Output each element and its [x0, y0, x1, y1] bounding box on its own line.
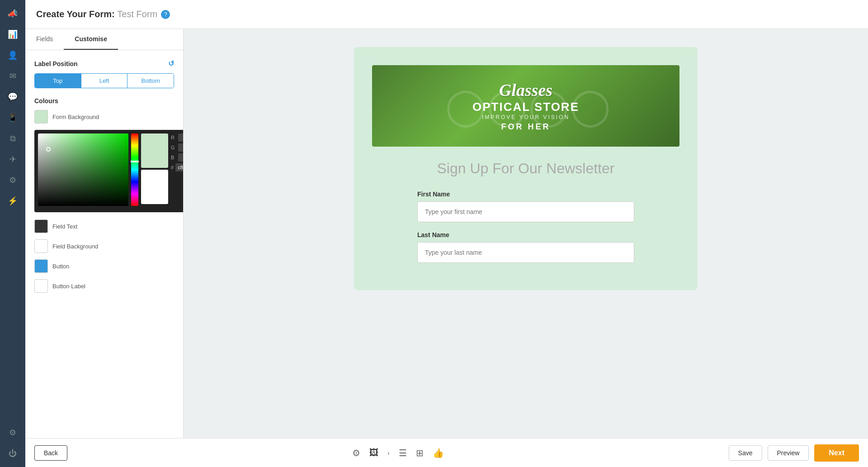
sidebar-icon-settings[interactable]: ⚙ — [4, 424, 22, 442]
list-step-icon[interactable]: ☰ — [399, 448, 407, 458]
picker-hex-label: # — [171, 165, 174, 170]
colour-row-field-background: Field Background — [34, 239, 174, 253]
field-group-first-name: First Name — [417, 191, 634, 222]
button-swatch[interactable] — [34, 259, 48, 273]
form-name: Test Form — [117, 9, 157, 19]
settings-step-icon[interactable]: ⚙ — [352, 448, 360, 458]
page-title: Create Your Form: Test Form — [36, 9, 157, 19]
field-text-swatch[interactable] — [34, 219, 48, 233]
sidebar: 📣 📊 👤 ✉ 💬 📱 ⧉ ✈ ⚙ ⚡ ⚙ ⏻ — [0, 0, 25, 467]
button-label-colour-label: Button Label — [52, 283, 85, 290]
banner-tagline: IMPROVE YOUR VISION — [472, 114, 579, 120]
picker-r-input[interactable] — [178, 133, 183, 142]
sidebar-icon-users[interactable]: 👤 — [4, 46, 22, 64]
picker-inputs: R H G — [171, 133, 183, 162]
picker-hex-input[interactable] — [175, 163, 183, 172]
toolbar-icons: ⚙ 🖼 › ☰ ⊞ 👍 — [75, 448, 721, 458]
color-picker-popup: R H G — [34, 130, 183, 212]
form-background-label: Form Background — [52, 114, 99, 120]
first-name-label: First Name — [417, 191, 634, 198]
toolbar-right: Save Preview Next — [729, 444, 859, 462]
field-group-last-name: Last Name — [417, 231, 634, 263]
banner-text: Glasses OPTICAL STORE IMPROVE YOUR VISIO… — [472, 80, 579, 132]
position-buttons: Top Left Bottom — [34, 73, 174, 88]
sidebar-icon-chat[interactable]: 💬 — [4, 88, 22, 106]
sidebar-icon-lightning[interactable]: ⚡ — [4, 192, 22, 210]
sidebar-icon-chart[interactable]: 📊 — [4, 25, 22, 43]
tab-customise[interactable]: Customise — [64, 29, 118, 50]
button-label-swatch[interactable] — [34, 279, 48, 293]
picker-top: R H G — [38, 133, 183, 206]
form-background-swatch[interactable] — [34, 110, 48, 124]
picker-b-input[interactable] — [178, 153, 183, 162]
main-content: Create Your Form: Test Form ? Fields Cus… — [25, 0, 868, 467]
picker-b-label: B — [171, 155, 176, 160]
label-position-title: Label Position — [34, 60, 78, 67]
banner-brand: Glasses — [472, 80, 579, 100]
field-text-label: Field Text — [52, 223, 77, 230]
picker-g-input[interactable] — [178, 143, 183, 152]
picker-r-row: R — [171, 133, 183, 142]
form-fields: First Name Last Name — [417, 191, 634, 272]
button-label-text: Button — [52, 263, 70, 270]
last-name-input[interactable] — [417, 242, 634, 263]
panel-content: Label Position ↺ Top Left Bottom Colours… — [25, 50, 183, 438]
sidebar-icon-paper-plane[interactable]: ✈ — [4, 150, 22, 168]
sidebar-icon-layers[interactable]: ⧉ — [4, 129, 22, 148]
field-background-swatch[interactable] — [34, 239, 48, 253]
preview-current — [141, 133, 168, 168]
help-icon[interactable]: ? — [161, 10, 170, 19]
preview-button[interactable]: Preview — [768, 445, 809, 461]
back-button[interactable]: Back — [34, 445, 67, 461]
bottom-toolbar: Back ⚙ 🖼 › ☰ ⊞ 👍 Save Preview Next — [25, 438, 868, 467]
colour-row-field-text: Field Text — [34, 219, 174, 233]
saturation-box[interactable] — [38, 133, 128, 206]
content-row: Fields Customise Label Position ↺ Top Le… — [25, 29, 868, 438]
sidebar-icon-mail[interactable]: ✉ — [4, 67, 22, 85]
form-preview: ◯ ◯ ◯ ◯ Glasses OPTICAL STORE IMPROVE YO… — [354, 47, 698, 290]
picker-b-row: B — [171, 153, 183, 162]
last-name-label: Last Name — [417, 231, 634, 238]
colours-section-label: Colours — [34, 97, 174, 105]
next-button[interactable]: Next — [814, 444, 859, 462]
position-left-button[interactable]: Left — [81, 74, 128, 88]
sidebar-icon-power[interactable]: ⏻ — [4, 444, 22, 462]
content-step-icon[interactable]: 🖼 — [369, 448, 378, 458]
picker-inputs-group: R H G — [171, 133, 183, 206]
banner-store: OPTICAL STORE — [472, 100, 579, 114]
banner-for-her: FOR HER — [472, 122, 579, 132]
field-background-label: Field Background — [52, 243, 98, 250]
newsletter-title: Sign Up For Our Newsletter — [437, 160, 614, 177]
tabs: Fields Customise — [25, 29, 183, 50]
position-top-button[interactable]: Top — [35, 74, 81, 88]
tab-fields[interactable]: Fields — [25, 29, 64, 50]
colour-row-button-label: Button Label — [34, 279, 174, 293]
saturation-handle[interactable] — [46, 147, 51, 152]
hue-handle — [131, 161, 139, 162]
label-position-section: Label Position ↺ — [34, 59, 174, 68]
preview-original — [141, 170, 168, 204]
sidebar-icon-megaphone[interactable]: 📣 — [4, 5, 22, 23]
top-header: Create Your Form: Test Form ? — [25, 0, 868, 29]
reset-icon[interactable]: ↺ — [168, 59, 174, 68]
colour-row-button: Button — [34, 259, 174, 273]
colour-row-form-background: Form Background — [34, 110, 174, 124]
sidebar-icon-puzzle[interactable]: ⚙ — [4, 171, 22, 189]
sidebar-icon-mobile[interactable]: 📱 — [4, 109, 22, 127]
chevron-right-icon: › — [387, 449, 390, 457]
banner-image: ◯ ◯ ◯ ◯ Glasses OPTICAL STORE IMPROVE YO… — [372, 65, 679, 147]
save-button[interactable]: Save — [729, 445, 762, 461]
grid-step-icon[interactable]: ⊞ — [416, 448, 424, 458]
left-panel: Fields Customise Label Position ↺ Top Le… — [25, 29, 184, 438]
colours-title: Colours — [34, 97, 58, 105]
picker-g-label: G — [171, 145, 176, 150]
thumb-step-icon[interactable]: 👍 — [433, 448, 444, 458]
picker-r-label: R — [171, 135, 176, 140]
first-name-input[interactable] — [417, 201, 634, 222]
preview-box — [141, 133, 168, 206]
preview-area: ◯ ◯ ◯ ◯ Glasses OPTICAL STORE IMPROVE YO… — [184, 29, 868, 438]
picker-g-row: G — [171, 143, 183, 152]
picker-hex-row: # ⊙ — [171, 162, 183, 172]
hue-bar[interactable] — [131, 133, 138, 206]
position-bottom-button[interactable]: Bottom — [127, 74, 174, 88]
